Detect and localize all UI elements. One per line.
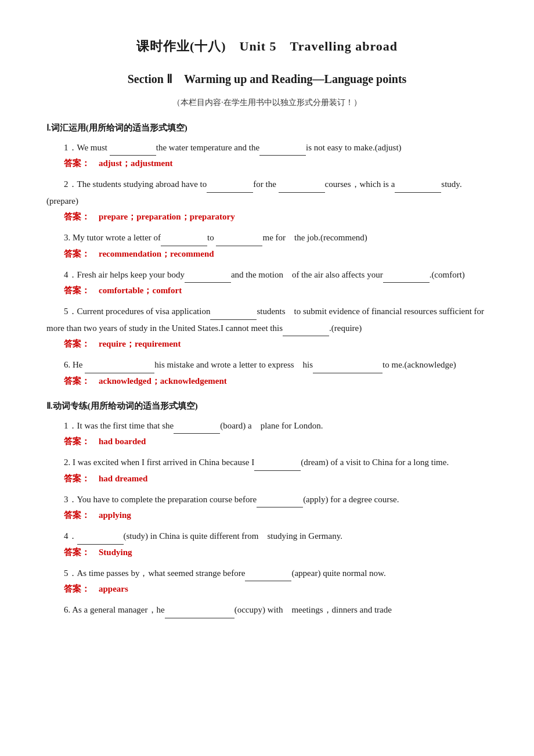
q11-answer: 答案： appears: [64, 581, 488, 597]
q2-text: 2．The students studying abroad have tofo…: [46, 176, 488, 209]
part1-heading: Ⅰ.词汇运用(用所给词的适当形式填空): [46, 120, 488, 136]
question-8: 2. I was excited when I first arrived in…: [46, 454, 488, 487]
blank-7a: [174, 423, 220, 434]
blank-4b: [383, 272, 430, 283]
q3-answer: 答案： recommendation；recommend: [64, 246, 488, 262]
blank-4a: [185, 272, 231, 283]
subtitle: （本栏目内容·在学生用书中以独立形式分册装订！）: [46, 95, 488, 110]
q6-text: 6. He his mistake and wrote a letter to …: [46, 357, 488, 373]
answer-label-2: 答案：: [64, 212, 90, 221]
q7-answer: 答案： had boarded: [64, 434, 488, 449]
question-10: 4．(study) in China is quite different fr…: [46, 528, 488, 560]
blank-3b: [216, 236, 262, 246]
question-11: 5．As time passes by，what seemed strange …: [46, 565, 488, 597]
blank-12a: [165, 608, 234, 618]
blank-6b: [313, 363, 383, 373]
answer-label-7: 答案：: [64, 437, 90, 446]
answer-label-9: 答案：: [64, 510, 90, 520]
blank-11a: [245, 571, 291, 581]
answer-label-6: 答案：: [64, 376, 90, 386]
q7-text: 1．It was the first time that she(board) …: [46, 417, 488, 434]
question-3: 3. My tutor wrote a letter ofto me for t…: [46, 229, 488, 262]
q10-text: 4．(study) in China is quite different fr…: [46, 528, 488, 545]
question-12: 6. As a general manager，he(occupy) with …: [46, 602, 488, 618]
q1-answer: 答案： adjust；adjustment: [64, 156, 488, 171]
question-2: 2．The students studying abroad have tofo…: [46, 176, 488, 225]
q4-text: 4．Fresh air helps keep your bodyand the …: [46, 267, 488, 283]
answer-label-10: 答案：: [64, 548, 90, 557]
q10-answer: 答案： Studying: [64, 545, 488, 560]
blank-2c: [395, 182, 441, 193]
answer-label-11: 答案：: [64, 584, 90, 593]
q2-answer: 答案： prepare；preparation；preparatory: [64, 209, 488, 225]
blank-3a: [161, 236, 207, 246]
blank-6a: [85, 363, 154, 373]
q12-text: 6. As a general manager，he(occupy) with …: [46, 602, 488, 618]
blank-2b: [279, 182, 325, 193]
q11-text: 5．As time passes by，what seemed strange …: [46, 565, 488, 582]
q3-text: 3. My tutor wrote a letter ofto me for t…: [46, 229, 488, 246]
question-1: 1．We must the water temperature and thei…: [46, 139, 488, 172]
answer-label-4: 答案：: [64, 286, 90, 295]
question-9: 3．You have to complete the preparation c…: [46, 491, 488, 524]
question-7: 1．It was the first time that she(board) …: [46, 417, 488, 450]
blank-2a: [207, 182, 253, 193]
blank-8a: [254, 460, 301, 471]
blank-9a: [257, 497, 303, 507]
question-5: 5．Current procedures of visa application…: [46, 303, 488, 352]
section-title: Section Ⅱ Warming up and Reading—Languag…: [46, 69, 488, 89]
blank-1b: [259, 145, 306, 156]
q8-answer: 答案： had dreamed: [64, 471, 488, 487]
blank-1a: [110, 145, 156, 156]
q5-answer: 答案： require；requirement: [64, 336, 488, 352]
answer-label-1: 答案：: [64, 159, 90, 168]
blank-10a: [77, 534, 124, 545]
q9-answer: 答案： applying: [64, 507, 488, 523]
answer-label-3: 答案：: [64, 249, 90, 258]
q9-text: 3．You have to complete the preparation c…: [46, 491, 488, 508]
q6-answer: 答案： acknowledged；acknowledgement: [64, 373, 488, 389]
answer-label-8: 答案：: [64, 474, 90, 483]
question-4: 4．Fresh air helps keep your bodyand the …: [46, 267, 488, 299]
q8-text: 2. I was excited when I first arrived in…: [46, 454, 488, 471]
q5-text: 5．Current procedures of visa application…: [46, 303, 488, 336]
answer-label-5: 答案：: [64, 339, 90, 348]
blank-5a: [210, 309, 257, 320]
main-title: 课时作业(十八) Unit 5 Travelling abroad: [46, 35, 488, 58]
part2-heading: Ⅱ.动词专练(用所给动词的适当形式填空): [46, 398, 488, 414]
q1-text: 1．We must the water temperature and thei…: [46, 139, 488, 156]
q4-answer: 答案： comfortable；comfort: [64, 283, 488, 298]
blank-5b: [283, 326, 329, 336]
question-6: 6. He his mistake and wrote a letter to …: [46, 357, 488, 389]
